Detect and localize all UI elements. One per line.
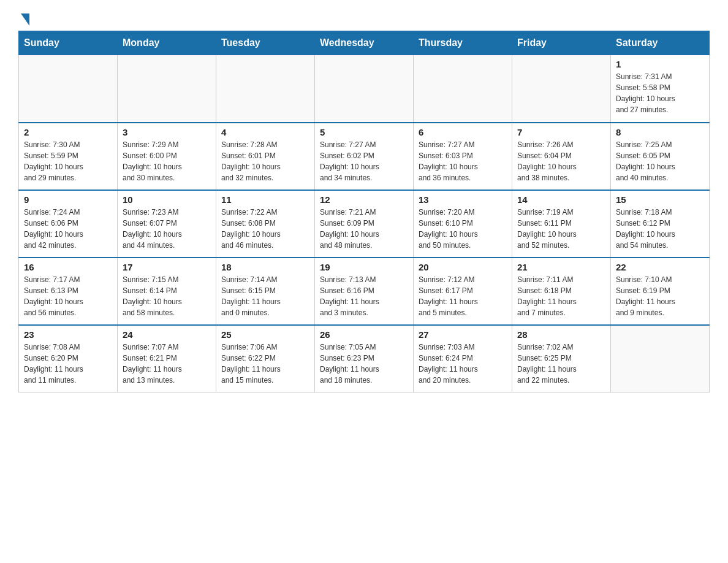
calendar-cell [611, 325, 710, 393]
calendar-cell: 24Sunrise: 7:07 AM Sunset: 6:21 PM Dayli… [118, 325, 216, 393]
day-number: 16 [24, 262, 112, 272]
day-info: Sunrise: 7:11 AM Sunset: 6:18 PM Dayligh… [517, 274, 605, 318]
logo-arrow-icon [21, 13, 29, 26]
calendar-cell [19, 55, 118, 123]
day-info: Sunrise: 7:03 AM Sunset: 6:24 PM Dayligh… [419, 342, 507, 386]
day-number: 15 [616, 194, 704, 205]
calendar-cell: 3Sunrise: 7:29 AM Sunset: 6:00 PM Daylig… [118, 123, 216, 190]
day-of-week-header: Tuesday [216, 31, 315, 55]
day-number: 11 [221, 194, 309, 205]
day-info: Sunrise: 7:02 AM Sunset: 6:25 PM Dayligh… [517, 342, 605, 386]
calendar-table: SundayMondayTuesdayWednesdayThursdayFrid… [18, 31, 710, 393]
day-info: Sunrise: 7:13 AM Sunset: 6:16 PM Dayligh… [320, 274, 408, 318]
day-info: Sunrise: 7:17 AM Sunset: 6:13 PM Dayligh… [24, 274, 112, 318]
day-of-week-header: Monday [118, 31, 216, 55]
calendar-cell: 12Sunrise: 7:21 AM Sunset: 6:09 PM Dayli… [315, 190, 414, 258]
day-info: Sunrise: 7:27 AM Sunset: 6:03 PM Dayligh… [419, 139, 507, 183]
day-number: 12 [320, 194, 408, 205]
calendar-cell: 16Sunrise: 7:17 AM Sunset: 6:13 PM Dayli… [19, 258, 118, 325]
calendar-cell [512, 55, 611, 123]
day-number: 22 [616, 262, 704, 272]
day-number: 1 [616, 59, 704, 69]
day-info: Sunrise: 7:18 AM Sunset: 6:12 PM Dayligh… [616, 207, 704, 251]
day-info: Sunrise: 7:20 AM Sunset: 6:10 PM Dayligh… [419, 207, 507, 251]
calendar-cell [118, 55, 216, 123]
day-of-week-header: Saturday [611, 31, 710, 55]
day-number: 20 [419, 262, 507, 272]
calendar-cell: 6Sunrise: 7:27 AM Sunset: 6:03 PM Daylig… [414, 123, 512, 190]
day-info: Sunrise: 7:08 AM Sunset: 6:20 PM Dayligh… [24, 342, 112, 386]
day-number: 9 [24, 194, 112, 205]
calendar-cell: 9Sunrise: 7:24 AM Sunset: 6:06 PM Daylig… [19, 190, 118, 258]
calendar-cell: 5Sunrise: 7:27 AM Sunset: 6:02 PM Daylig… [315, 123, 414, 190]
day-number: 26 [320, 329, 408, 340]
day-number: 18 [221, 262, 309, 272]
day-info: Sunrise: 7:05 AM Sunset: 6:23 PM Dayligh… [320, 342, 408, 386]
calendar-cell: 27Sunrise: 7:03 AM Sunset: 6:24 PM Dayli… [414, 325, 512, 393]
day-number: 10 [123, 194, 211, 205]
day-of-week-header: Wednesday [315, 31, 414, 55]
calendar-cell: 15Sunrise: 7:18 AM Sunset: 6:12 PM Dayli… [611, 190, 710, 258]
day-info: Sunrise: 7:22 AM Sunset: 6:08 PM Dayligh… [221, 207, 309, 251]
calendar-cell: 1Sunrise: 7:31 AM Sunset: 5:58 PM Daylig… [611, 55, 710, 123]
day-number: 17 [123, 262, 211, 272]
day-number: 21 [517, 262, 605, 272]
day-number: 27 [419, 329, 507, 340]
calendar-cell: 8Sunrise: 7:25 AM Sunset: 6:05 PM Daylig… [611, 123, 710, 190]
day-info: Sunrise: 7:14 AM Sunset: 6:15 PM Dayligh… [221, 274, 309, 318]
day-number: 4 [221, 127, 309, 137]
day-of-week-header: Sunday [19, 31, 118, 55]
day-number: 5 [320, 127, 408, 137]
day-info: Sunrise: 7:21 AM Sunset: 6:09 PM Dayligh… [320, 207, 408, 251]
day-number: 7 [517, 127, 605, 137]
calendar-header-row: SundayMondayTuesdayWednesdayThursdayFrid… [19, 31, 710, 55]
day-info: Sunrise: 7:28 AM Sunset: 6:01 PM Dayligh… [221, 139, 309, 183]
day-number: 28 [517, 329, 605, 340]
calendar-cell: 21Sunrise: 7:11 AM Sunset: 6:18 PM Dayli… [512, 258, 611, 325]
calendar-cell: 4Sunrise: 7:28 AM Sunset: 6:01 PM Daylig… [216, 123, 315, 190]
calendar-cell [216, 55, 315, 123]
logo [18, 12, 29, 25]
day-info: Sunrise: 7:12 AM Sunset: 6:17 PM Dayligh… [419, 274, 507, 318]
day-info: Sunrise: 7:25 AM Sunset: 6:05 PM Dayligh… [616, 139, 704, 183]
calendar-week-row: 23Sunrise: 7:08 AM Sunset: 6:20 PM Dayli… [19, 325, 710, 393]
day-of-week-header: Friday [512, 31, 611, 55]
day-info: Sunrise: 7:31 AM Sunset: 5:58 PM Dayligh… [616, 71, 704, 115]
calendar-week-row: 2Sunrise: 7:30 AM Sunset: 5:59 PM Daylig… [19, 123, 710, 190]
calendar-cell: 14Sunrise: 7:19 AM Sunset: 6:11 PM Dayli… [512, 190, 611, 258]
day-number: 3 [123, 127, 211, 137]
day-number: 8 [616, 127, 704, 137]
calendar-cell [414, 55, 512, 123]
calendar-cell [315, 55, 414, 123]
calendar-cell: 18Sunrise: 7:14 AM Sunset: 6:15 PM Dayli… [216, 258, 315, 325]
calendar-cell: 20Sunrise: 7:12 AM Sunset: 6:17 PM Dayli… [414, 258, 512, 325]
day-number: 25 [221, 329, 309, 340]
calendar-week-row: 9Sunrise: 7:24 AM Sunset: 6:06 PM Daylig… [19, 190, 710, 258]
calendar-cell: 23Sunrise: 7:08 AM Sunset: 6:20 PM Dayli… [19, 325, 118, 393]
calendar-week-row: 16Sunrise: 7:17 AM Sunset: 6:13 PM Dayli… [19, 258, 710, 325]
day-info: Sunrise: 7:07 AM Sunset: 6:21 PM Dayligh… [123, 342, 211, 386]
calendar-cell: 26Sunrise: 7:05 AM Sunset: 6:23 PM Dayli… [315, 325, 414, 393]
day-info: Sunrise: 7:26 AM Sunset: 6:04 PM Dayligh… [517, 139, 605, 183]
day-info: Sunrise: 7:27 AM Sunset: 6:02 PM Dayligh… [320, 139, 408, 183]
day-info: Sunrise: 7:29 AM Sunset: 6:00 PM Dayligh… [123, 139, 211, 183]
day-number: 2 [24, 127, 112, 137]
day-number: 24 [123, 329, 211, 340]
day-info: Sunrise: 7:30 AM Sunset: 5:59 PM Dayligh… [24, 139, 112, 183]
day-info: Sunrise: 7:06 AM Sunset: 6:22 PM Dayligh… [221, 342, 309, 386]
calendar-cell: 11Sunrise: 7:22 AM Sunset: 6:08 PM Dayli… [216, 190, 315, 258]
day-of-week-header: Thursday [414, 31, 512, 55]
calendar-cell: 22Sunrise: 7:10 AM Sunset: 6:19 PM Dayli… [611, 258, 710, 325]
day-number: 6 [419, 127, 507, 137]
day-info: Sunrise: 7:15 AM Sunset: 6:14 PM Dayligh… [123, 274, 211, 318]
day-number: 23 [24, 329, 112, 340]
calendar-cell: 28Sunrise: 7:02 AM Sunset: 6:25 PM Dayli… [512, 325, 611, 393]
calendar-cell: 7Sunrise: 7:26 AM Sunset: 6:04 PM Daylig… [512, 123, 611, 190]
day-number: 13 [419, 194, 507, 205]
calendar-cell: 13Sunrise: 7:20 AM Sunset: 6:10 PM Dayli… [414, 190, 512, 258]
page-header [18, 12, 710, 25]
calendar-cell: 2Sunrise: 7:30 AM Sunset: 5:59 PM Daylig… [19, 123, 118, 190]
calendar-cell: 19Sunrise: 7:13 AM Sunset: 6:16 PM Dayli… [315, 258, 414, 325]
day-info: Sunrise: 7:10 AM Sunset: 6:19 PM Dayligh… [616, 274, 704, 318]
day-number: 19 [320, 262, 408, 272]
